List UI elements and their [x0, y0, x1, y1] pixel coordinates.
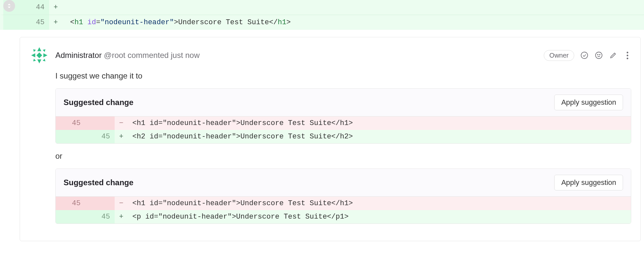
collapse-icon[interactable]	[3, 0, 15, 12]
resolve-icon[interactable]	[580, 51, 589, 60]
diff-sign: +	[49, 15, 62, 30]
suggestion-title: Suggested change	[64, 98, 133, 107]
svg-marker-5	[33, 49, 36, 52]
svg-point-10	[596, 52, 602, 59]
suggestion-title: Suggested change	[64, 178, 133, 187]
diff-line-44: 44 +	[0, 0, 644, 15]
author-name[interactable]: Administrator	[55, 51, 102, 60]
suggestion-header: Suggested change Apply suggestion	[56, 89, 631, 117]
diff-line-45: 45 + <h1 id="nodeunit-header">Underscore…	[0, 15, 644, 30]
suggestion-removed-line: 45 − <h1 id="nodeunit-header">Underscore…	[56, 117, 631, 130]
svg-point-12	[599, 54, 600, 55]
diff-sign: −	[115, 117, 128, 130]
svg-marker-0	[37, 47, 41, 51]
code-content: <p id="nodeunit-header">Underscore Test …	[128, 210, 631, 224]
svg-marker-8	[43, 59, 45, 61]
emoji-icon[interactable]	[595, 51, 603, 60]
suggestion-block-1: Suggested change Apply suggestion 45 − <…	[55, 88, 631, 144]
line-number: 45	[85, 210, 115, 224]
suggestion-added-line: 45 + <h2 id="nodeunit-header">Underscore…	[56, 130, 631, 143]
code-content: <h2 id="nodeunit-header">Underscore Test…	[128, 130, 631, 143]
line-number: 45	[56, 117, 85, 130]
apply-suggestion-button[interactable]: Apply suggestion	[554, 175, 623, 190]
line-number-blank	[56, 130, 85, 143]
comment-actions: Owner	[544, 50, 631, 61]
code-content: <h1 id="nodeunit-header">Underscore Test…	[62, 15, 644, 30]
svg-marker-1	[37, 59, 41, 63]
avatar[interactable]	[29, 45, 49, 65]
comment-verb: commented	[127, 51, 168, 60]
comment-time: just now	[171, 51, 200, 60]
diff-context: 44 + 45 + <h1 id="nodeunit-header">Under…	[0, 0, 644, 30]
suggestion-removed-line: 45 − <h1 id="nodeunit-header">Underscore…	[56, 197, 631, 210]
diff-sign: +	[115, 130, 128, 143]
comment-body: I suggest we change it to Suggested chan…	[55, 71, 631, 224]
comment-text: I suggest we change it to	[55, 71, 631, 81]
suggestion-added-line: 45 + <p id="nodeunit-header">Underscore …	[56, 210, 631, 224]
comment-meta: Administrator @root commented just now	[55, 51, 538, 60]
suggestion-block-2: Suggested change Apply suggestion 45 − <…	[55, 169, 631, 224]
diff-sign: +	[115, 210, 128, 224]
new-line-number: 44	[26, 0, 49, 15]
line-number: 45	[56, 197, 85, 210]
edit-icon[interactable]	[609, 51, 617, 60]
svg-point-9	[581, 52, 588, 59]
svg-marker-7	[33, 59, 36, 61]
role-badge: Owner	[544, 50, 574, 61]
svg-marker-2	[31, 53, 35, 57]
suggestion-header: Suggested change Apply suggestion	[56, 169, 631, 197]
line-number: 45	[85, 130, 115, 143]
diff-sign: −	[115, 197, 128, 210]
code-content	[62, 0, 644, 15]
svg-marker-6	[43, 49, 45, 52]
svg-rect-4	[36, 52, 42, 58]
diff-sign: +	[49, 0, 62, 15]
new-line-number: 45	[26, 15, 49, 30]
code-content: <h1 id="nodeunit-header">Underscore Test…	[128, 117, 631, 130]
line-number-blank	[85, 197, 115, 210]
comment-header: Administrator @root commented just now O…	[29, 45, 631, 65]
line-number-blank	[56, 210, 85, 224]
old-line-number	[3, 15, 26, 30]
line-number-blank	[85, 117, 115, 130]
more-icon[interactable]	[623, 51, 631, 60]
author-username[interactable]: @root	[104, 51, 125, 60]
code-content: <h1 id="nodeunit-header">Underscore Test…	[128, 197, 631, 210]
comment-text: or	[55, 152, 631, 161]
review-comment: Administrator @root commented just now O…	[20, 37, 641, 241]
apply-suggestion-button[interactable]: Apply suggestion	[554, 95, 623, 110]
svg-marker-3	[43, 53, 47, 57]
svg-point-11	[597, 54, 598, 55]
